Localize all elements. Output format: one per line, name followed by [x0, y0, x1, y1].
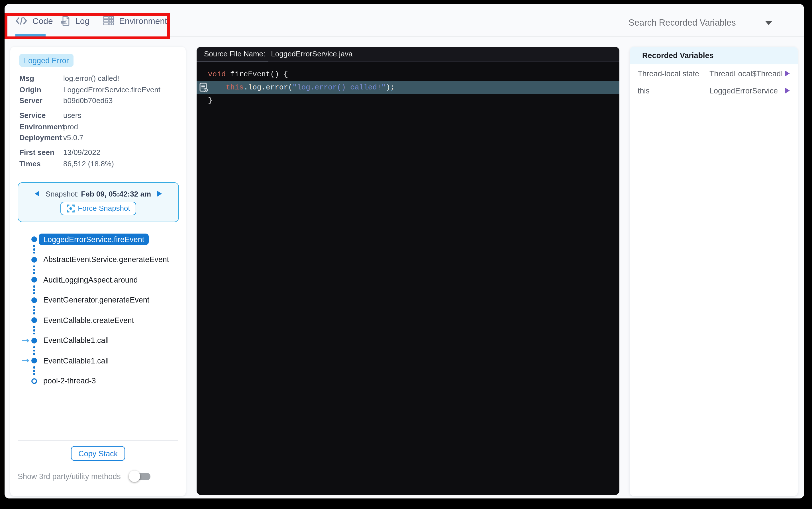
- stack-frame[interactable]: → EventCallable1.call: [10, 355, 186, 366]
- stack-frame[interactable]: LoggedErrorService.fireEvent: [10, 234, 186, 245]
- snapshot-gutter-icon[interactable]: [199, 82, 208, 92]
- stack-frame-thread[interactable]: pool-2-thread-3: [10, 375, 186, 386]
- field-row-msg: Msg log.error() called!: [20, 73, 180, 84]
- tab-environment[interactable]: Environment: [103, 4, 167, 37]
- stack-frame-dot-icon: [31, 236, 37, 242]
- field-row-environment: Environment prod: [20, 121, 180, 132]
- tab-environment-label: Environment: [119, 16, 167, 25]
- stack-frame-dot-icon: [31, 317, 37, 323]
- code-editor: Source File Name: LoggedErrorService.jav…: [197, 47, 619, 495]
- source-file-name: LoggedErrorService.java: [271, 49, 352, 58]
- error-primary-fields: Msg log.error() called! Origin LoggedErr…: [20, 73, 180, 106]
- stack-connector-dots: [31, 306, 37, 314]
- expand-variable-icon[interactable]: [785, 88, 790, 94]
- log-icon: LOG: [60, 15, 70, 26]
- expand-variable-icon[interactable]: [785, 71, 790, 76]
- search-recorded-variables-select[interactable]: Search Recorded Variables: [629, 15, 776, 31]
- editor-header-divider-highlight: [197, 61, 268, 62]
- svg-text:LOG: LOG: [62, 21, 66, 23]
- thread-dot-icon: [31, 378, 37, 384]
- divider: [18, 440, 178, 441]
- field-row-service: Service users: [20, 110, 180, 121]
- field-row-server: Server b09d0b70ed63: [20, 95, 180, 106]
- code-area[interactable]: void fireEvent() { this.log.error("log.e…: [197, 61, 619, 107]
- snapshot-label: Snapshot: Feb 09, 05:42:32 am: [45, 190, 151, 198]
- error-details-panel: Logged Error Msg log.error() called! Ori…: [10, 47, 186, 496]
- stack-trace-list: LoggedErrorService.fireEvent AbstractEve…: [10, 234, 186, 386]
- stack-connector-dots: [31, 265, 37, 274]
- recorded-variables-title: Recorded Variables: [642, 51, 714, 60]
- snapshot-navigator: Snapshot: Feb 09, 05:42:32 am Force Snap…: [18, 182, 179, 222]
- stack-connector-dots: [31, 285, 37, 294]
- code-icon: [15, 16, 27, 25]
- variable-row[interactable]: Thread-local state ThreadLocal$ThreadL…: [630, 65, 798, 82]
- stack-connector-dots: [31, 326, 37, 335]
- code-line-3: }: [197, 94, 619, 107]
- field-row-deployment: Deployment v5.0.7: [20, 132, 180, 143]
- tab-code-label: Code: [32, 16, 53, 25]
- third-party-toggle-label: Show 3rd party/utility methods: [18, 472, 121, 480]
- tab-log-label: Log: [75, 16, 90, 25]
- stack-frame[interactable]: EventGenerator.generateEvent: [10, 294, 186, 306]
- stack-connector-dots: [31, 366, 37, 375]
- snapshot-next-button[interactable]: [157, 191, 162, 197]
- recorded-variables-rows: Thread-local state ThreadLocal$ThreadL… …: [630, 64, 798, 99]
- stack-frame-dot-icon: [31, 338, 37, 343]
- snapshot-datetime: Feb 09, 05:42:32 am: [81, 190, 151, 198]
- third-party-toggle-row: Show 3rd party/utility methods: [18, 469, 150, 483]
- tab-code[interactable]: Code: [15, 4, 53, 37]
- environment-icon: [103, 16, 114, 25]
- current-frame-arrow-icon: →: [22, 355, 29, 366]
- force-snapshot-label: Force Snapshot: [78, 204, 130, 212]
- toggle-knob: [129, 471, 140, 482]
- field-row-times: Times 86,512 (18.8%): [20, 158, 180, 169]
- capture-icon: [66, 204, 74, 212]
- stack-frame[interactable]: EventCallable.createEvent: [10, 314, 186, 326]
- logged-error-badge: Logged Error: [20, 54, 73, 67]
- snapshot-prev-button[interactable]: [35, 191, 39, 197]
- stack-frame[interactable]: AbstractEventService.generateEvent: [10, 254, 186, 265]
- stack-connector-dots: [31, 346, 37, 355]
- tab-log[interactable]: LOG Log: [60, 4, 90, 37]
- field-row-origin: Origin LoggedErrorService.fireEvent: [20, 84, 180, 95]
- field-row-first-seen: First seen 13/09/2022: [20, 147, 180, 158]
- source-file-label: Source File Name:: [204, 49, 265, 58]
- error-stats-fields: First seen 13/09/2022 Times 86,512 (18.8…: [20, 147, 180, 169]
- code-line-1: void fireEvent() {: [197, 68, 619, 81]
- stack-connector-dots: [31, 245, 37, 254]
- current-frame-arrow-icon: →: [22, 335, 29, 346]
- page: Code LOG Log: [5, 4, 804, 499]
- recorded-variables-panel: Recorded Variables Thread-local state Th…: [630, 47, 798, 496]
- source-file-header: Source File Name: LoggedErrorService.jav…: [197, 47, 619, 61]
- app-window: Code LOG Log: [0, 0, 812, 509]
- recorded-variables-header: Recorded Variables: [630, 47, 798, 64]
- code-line-2-highlighted[interactable]: this.log.error("log.error() called!");: [197, 81, 619, 94]
- error-deployment-fields: Service users Environment prod Deploymen…: [20, 110, 180, 143]
- search-placeholder: Search Recorded Variables: [629, 18, 736, 28]
- stack-frame[interactable]: AuditLoggingAspect.around: [10, 274, 186, 285]
- stack-frame-label-selected: LoggedErrorService.fireEvent: [39, 234, 149, 245]
- stack-frame-dot-icon: [31, 277, 37, 282]
- copy-stack-button[interactable]: Copy Stack: [71, 446, 125, 461]
- force-snapshot-button[interactable]: Force Snapshot: [60, 201, 136, 215]
- stack-frame[interactable]: → EventCallable1.call: [10, 335, 186, 346]
- active-tab-indicator: [15, 34, 45, 36]
- chevron-down-icon: [765, 21, 772, 25]
- variable-row[interactable]: this LoggedErrorService: [630, 82, 798, 99]
- third-party-toggle-switch[interactable]: [130, 471, 150, 482]
- stack-frame-dot-icon: [31, 257, 37, 262]
- stack-frame-dot-icon: [31, 358, 37, 364]
- stack-frame-dot-icon: [31, 297, 37, 303]
- snapshot-nav-row: Snapshot: Feb 09, 05:42:32 am: [35, 190, 162, 198]
